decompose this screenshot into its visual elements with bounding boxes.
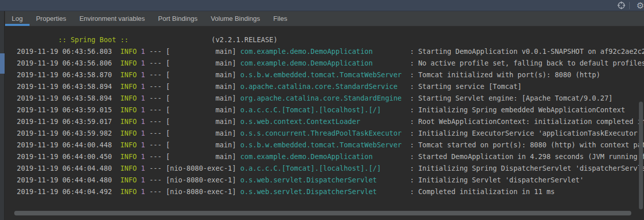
log-message: : Initializing ExecutorService 'applicat… [410,129,641,137]
window-titlebar: ⚙ [0,0,644,11]
log-message: : Initializing Spring embedded WebApplic… [410,106,625,114]
log-pid: 1 [141,106,145,114]
tab-log-label: Log [12,15,23,22]
log-space [137,106,141,114]
log-pid: 1 [141,47,145,55]
log-separator: --- [145,94,166,102]
log-line: 2019-11-19 06:44:04.480 INFO 1 --- [nio-… [17,174,644,186]
log-level: INFO [120,71,137,79]
log-space [137,82,141,90]
log-separator: --- [145,71,166,79]
log-thread: [nio-8080-exec-1] [166,176,240,184]
log-thread: [ main] [166,47,240,55]
horizontal-scrollbar-thumb[interactable] [14,211,631,215]
log-thread: [ main] [166,152,240,161]
log-pid: 1 [141,129,145,137]
log-thread: [ main] [166,94,240,102]
tab-log[interactable]: Log [5,11,30,26]
log-space [137,71,141,79]
log-timestamp: 2019-11-19 06:43:58.894 [17,94,120,102]
log-pid: 1 [141,152,145,161]
log-line: 2019-11-19 06:43:56.806 INFO 1 --- [ mai… [17,57,644,69]
left-rail-thumb[interactable] [0,53,5,74]
log-separator: --- [145,117,166,125]
log-thread: [nio-8080-exec-1] [166,187,240,196]
banner-green-text: :: Spring Boot :: [50,36,211,44]
log-line: 2019-11-19 06:43:58.894 INFO 1 --- [ mai… [17,81,644,92]
log-console[interactable]: :: Spring Boot :: (v2.2.1.RELEASE) 2019-… [5,26,644,220]
log-lines: 2019-11-19 06:43:56.803 INFO 1 --- [ mai… [17,46,644,198]
log-logger: o.s.s.concurrent.ThreadPoolTaskExecutor [240,129,410,137]
log-line: 2019-11-19 06:44:00.450 INFO 1 --- [ mai… [17,151,644,163]
log-thread: [ main] [166,129,240,137]
log-message: : Initializing Servlet 'dispatcherServle… [410,176,583,184]
left-rail [0,11,5,220]
tab-properties[interactable]: Properties [30,11,73,26]
crosshair-icon[interactable] [615,0,627,11]
log-thread: [ main] [166,82,240,90]
log-line: 2019-11-19 06:44:00.448 INFO 1 --- [ mai… [17,139,644,151]
log-level: INFO [120,117,137,125]
log-message: : Root WebApplicationContext: initializa… [410,117,644,125]
log-timestamp: 2019-11-19 06:43:59.982 [17,129,120,137]
log-logger: com.example.demo.DemoApplication [240,152,410,161]
log-thread: [ main] [166,71,240,79]
log-level: INFO [120,141,137,149]
log-level: INFO [120,106,137,114]
log-level: INFO [120,47,137,55]
log-logger: com.example.demo.DemoApplication [240,47,410,55]
log-pid: 1 [141,59,145,67]
log-level: INFO [120,164,137,172]
log-message: : Completed initialization in 11 ms [410,187,554,196]
log-logger: o.s.b.w.embedded.tomcat.TomcatWebServer [240,141,410,149]
log-logger: o.a.c.c.C.[Tomcat].[localhost].[/] [240,106,410,114]
tab-bar: Log Properties Environment variables Por… [5,11,644,26]
log-space [137,94,141,102]
tab-port-bindings[interactable]: Port Bindings [152,11,204,26]
log-separator: --- [145,164,166,172]
log-line: 2019-11-19 06:43:59.982 INFO 1 --- [ mai… [17,128,644,139]
log-pid: 1 [141,94,145,102]
tab-environment-variables-label: Environment variables [79,15,145,22]
log-logger: o.apache.catalina.core.StandardService [240,82,410,90]
log-timestamp: 2019-11-19 06:43:59.015 [17,106,120,114]
log-logger: o.a.c.c.C.[Tomcat].[localhost].[/] [240,164,410,172]
log-line: 2019-11-19 06:44:04.480 INFO 1 --- [nio-… [17,163,644,174]
tab-environment-variables[interactable]: Environment variables [73,11,152,26]
log-separator: --- [145,129,166,137]
log-message: : Starting DemoApplication v0.0.1-SNAPSH… [410,47,644,55]
log-line: 2019-11-19 06:44:04.492 INFO 1 --- [nio-… [17,186,644,198]
tab-files-label: Files [273,15,287,22]
log-line: 2019-11-19 06:43:59.017 INFO 1 --- [ mai… [17,116,644,128]
log-logger: org.apache.catalina.core.StandardEngine [240,94,410,102]
log-level: INFO [120,82,137,90]
log-pid: 1 [141,117,145,125]
banner-version-text: (v2.2.1.RELEASE) [211,36,277,44]
log-message: : Initializing Spring DispatcherServlet … [410,164,644,172]
log-level: INFO [120,176,137,184]
tab-volume-bindings[interactable]: Volume Bindings [204,11,267,26]
log-message: : Starting Servlet engine: [Apache Tomca… [410,94,612,102]
log-pre: :: Spring Boot :: (v2.2.1.RELEASE) 2019-… [5,26,644,198]
gear-icon[interactable]: ⚙ [632,0,644,11]
log-line: 2019-11-19 06:43:58.870 INFO 1 --- [ mai… [17,69,644,81]
log-logger: com.example.demo.DemoApplication [240,59,410,67]
log-thread: [ main] [166,59,240,67]
log-line: 2019-11-19 06:43:59.015 INFO 1 --- [ mai… [17,104,644,116]
log-line: 2019-11-19 06:43:58.894 INFO 1 --- [ mai… [17,92,644,104]
log-separator: --- [145,47,166,55]
log-level: INFO [120,187,137,196]
log-space [137,117,141,125]
log-level: INFO [120,59,137,67]
log-message: : Tomcat initialized with port(s): 8080 … [410,71,600,79]
log-message: : No active profile set, falling back to… [410,59,644,67]
log-timestamp: 2019-11-19 06:44:04.480 [17,176,120,184]
log-pid: 1 [141,141,145,149]
vertical-scrollbar-thumb[interactable] [639,102,643,209]
gear-glyph: ⚙ [636,0,644,11]
log-thread: [ main] [166,117,240,125]
log-thread: [ main] [166,106,240,114]
tab-files[interactable]: Files [267,11,294,26]
log-level: INFO [120,152,137,161]
log-space [137,129,141,137]
